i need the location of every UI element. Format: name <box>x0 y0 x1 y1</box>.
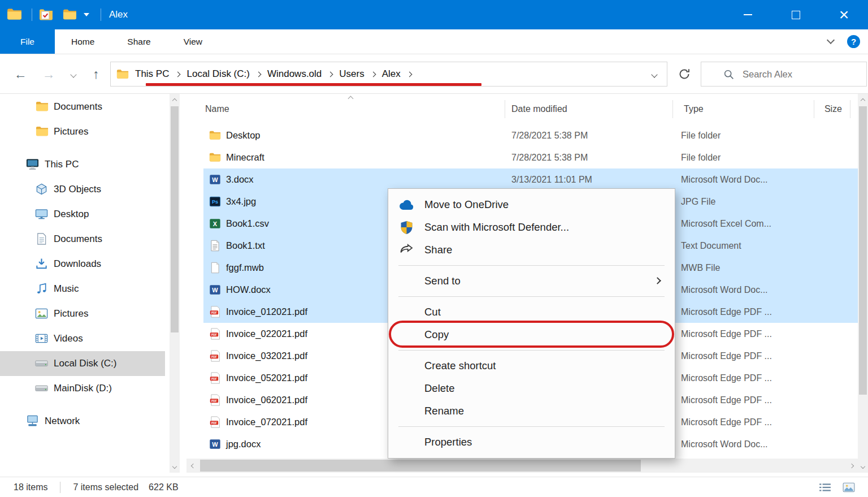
tab-file[interactable]: File <box>0 29 55 54</box>
file-row-3-docx[interactable]: W 3.docx 3/13/2021 11:01 PM Microsoft Wo… <box>180 168 858 191</box>
window-title: Alex <box>109 0 128 29</box>
back-button[interactable] <box>9 54 32 94</box>
breadcrumb-chevron-icon[interactable] <box>406 71 412 77</box>
file-name: Book1.csv <box>226 213 269 235</box>
forward-button[interactable] <box>37 54 60 94</box>
sidebar-item-maindisk-d[interactable]: MainDisk (D:) <box>0 376 165 401</box>
breadcrumb-local-disk-c[interactable]: Local Disk (C:) <box>184 68 252 80</box>
svg-text:PDF: PDF <box>211 356 217 358</box>
maximize-button[interactable] <box>772 0 820 29</box>
sidebar-item-documents[interactable]: Documents <box>0 94 165 119</box>
breadcrumb-this-pc[interactable]: This PC <box>132 68 172 80</box>
qat-dropdown-caret-icon[interactable] <box>84 13 89 16</box>
breadcrumb-chevron-icon[interactable] <box>370 71 376 77</box>
menu-item-delete[interactable]: Delete <box>388 377 675 400</box>
pdf-icon: PDF <box>209 372 221 384</box>
pictures-icon <box>35 307 48 320</box>
scroll-up-icon[interactable] <box>170 94 180 105</box>
file-row-desktop[interactable]: Desktop 7/28/2021 5:38 PM File folder <box>180 124 858 146</box>
help-icon[interactable] <box>847 35 860 48</box>
breadcrumb-chevron-icon[interactable] <box>255 71 261 77</box>
breadcrumb-chevron-icon[interactable] <box>328 71 333 77</box>
sidebar-item-desktop[interactable]: Desktop <box>0 202 165 227</box>
thumbnails-view-icon <box>843 482 855 492</box>
pdf-icon: PDF <box>209 416 221 428</box>
sidebar-item-network[interactable]: Network <box>0 409 165 434</box>
file-type: Text Document <box>681 235 741 257</box>
tab-view[interactable]: View <box>167 29 219 54</box>
qat-properties-icon[interactable] <box>39 8 53 21</box>
column-divider[interactable] <box>850 100 850 118</box>
sidebar-item-local-disk-c[interactable]: Local Disk (C:) <box>0 351 165 376</box>
close-button[interactable] <box>820 0 868 29</box>
sidebar-item-3d-objects[interactable]: 3D Objects <box>0 177 165 202</box>
disk-icon <box>35 357 48 370</box>
column-divider[interactable] <box>505 100 505 118</box>
folder-icon <box>209 152 221 163</box>
scroll-left-icon[interactable] <box>186 459 198 473</box>
column-header-date-modified[interactable]: Date modified <box>511 95 567 123</box>
sidebar-item-pictures[interactable]: Pictures <box>0 301 165 326</box>
vertical-scrollbar-thumb[interactable] <box>859 106 867 395</box>
breadcrumb-alex[interactable]: Alex <box>379 68 403 80</box>
sidebar-item-downloads[interactable]: Downloads <box>0 252 165 276</box>
column-header-name[interactable]: Name <box>205 95 229 123</box>
menu-item-send-to[interactable]: Send to <box>388 270 675 292</box>
ribbon-tab-bar: File Home Share View <box>0 29 868 54</box>
menu-item-scan-with-microsoft-defender[interactable]: Scan with Microsoft Defender... <box>388 216 675 239</box>
svg-text:Ps: Ps <box>212 199 218 205</box>
horizontal-scrollbar[interactable] <box>186 459 858 473</box>
menu-item-copy[interactable]: Copy <box>388 323 675 346</box>
menu-item-move-to-onedrive[interactable]: Move to OneDrive <box>388 193 675 216</box>
menu-item-rename[interactable]: Rename <box>388 400 675 422</box>
file-name: Book1.txt <box>226 235 265 257</box>
sidebar-item-videos[interactable]: Videos <box>0 326 165 351</box>
refresh-button[interactable] <box>673 63 696 85</box>
scroll-down-icon[interactable] <box>170 461 180 473</box>
file-type: Microsoft Edge PDF ... <box>681 411 772 433</box>
breadcrumb-windows-old[interactable]: Windows.old <box>264 68 324 80</box>
menu-separator <box>398 296 665 297</box>
menu-item-share[interactable]: Share <box>388 239 675 261</box>
scroll-right-icon[interactable] <box>847 459 858 473</box>
titlebar-separator <box>101 8 101 21</box>
scroll-up-icon[interactable] <box>858 94 868 105</box>
breadcrumb-users[interactable]: Users <box>336 68 367 80</box>
tab-share[interactable]: Share <box>111 29 167 54</box>
address-dropdown-chevron-icon[interactable] <box>651 71 657 77</box>
sidebar-scrollbar[interactable] <box>170 94 180 473</box>
column-divider[interactable] <box>672 100 673 118</box>
menu-separator <box>398 350 665 351</box>
menu-item-create-shortcut[interactable]: Create shortcut <box>388 355 675 377</box>
expand-ribbon-chevron-icon[interactable] <box>827 36 835 44</box>
column-headers: Name Date modified Type Size <box>180 94 858 124</box>
vertical-scrollbar[interactable] <box>858 94 868 473</box>
pdf-icon: PDF <box>209 328 221 340</box>
column-header-size[interactable]: Size <box>805 95 842 123</box>
details-view-button[interactable] <box>816 480 834 495</box>
pdf-icon: PDF <box>209 394 221 406</box>
sidebar-item-documents[interactable]: Documents <box>0 227 165 252</box>
sidebar-scrollbar-thumb[interactable] <box>171 106 179 332</box>
qat-new-folder-icon[interactable] <box>63 8 77 21</box>
tab-home[interactable]: Home <box>55 29 111 54</box>
menu-item-properties[interactable]: Properties <box>388 431 675 453</box>
horizontal-scrollbar-thumb[interactable] <box>200 460 641 472</box>
history-dropdown-icon[interactable] <box>70 71 76 77</box>
scroll-down-icon[interactable] <box>858 461 868 473</box>
maximize-icon <box>792 11 800 19</box>
sidebar-item-pictures[interactable]: Pictures <box>0 119 165 144</box>
minimize-button[interactable] <box>724 0 772 29</box>
up-button[interactable] <box>85 54 107 94</box>
search-input[interactable] <box>743 69 850 80</box>
menu-item-cut[interactable]: Cut <box>388 301 675 323</box>
sidebar-item-this-pc[interactable]: This PC <box>0 152 165 177</box>
file-row-minecraft[interactable]: Minecraft 7/28/2021 5:38 PM File folder <box>180 146 858 168</box>
column-header-type[interactable]: Type <box>684 95 704 123</box>
thumbnails-view-button[interactable] <box>840 480 858 495</box>
breadcrumb-chevron-icon[interactable] <box>175 71 181 77</box>
pc-icon <box>26 158 39 171</box>
search-box[interactable] <box>701 62 867 87</box>
column-divider[interactable] <box>814 100 814 118</box>
sidebar-item-music[interactable]: Music <box>0 276 165 301</box>
